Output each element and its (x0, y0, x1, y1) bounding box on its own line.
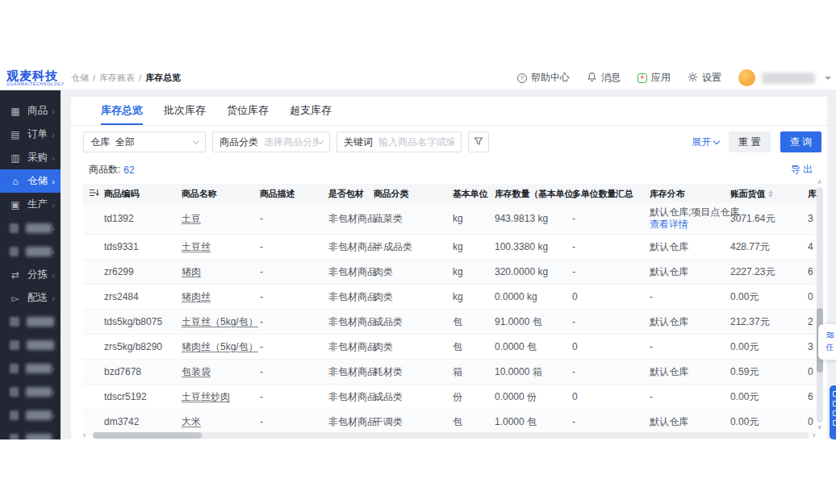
horizontal-scroll-thumb[interactable] (93, 432, 202, 439)
sidebar-item-goods[interactable]: ▦ 商品 › (0, 99, 61, 123)
column-settings-button[interactable] (83, 188, 104, 199)
category-select[interactable]: 商品分类 选择商品分类 (212, 131, 330, 152)
tab-batch-inventory[interactable]: 批次库存 (164, 97, 206, 125)
scroll-down-icon[interactable]: ˅ (817, 423, 821, 431)
tab-location-inventory[interactable]: 货位库存 (227, 97, 269, 125)
distribution-text: 默认仓库 (650, 266, 688, 277)
column-header-unit: 基本单位 (453, 188, 495, 200)
scroll-right-icon[interactable]: › (813, 431, 819, 439)
cell-quantity: 320.0000 kg (495, 263, 572, 281)
cell-packing: 非包材商品 (328, 288, 374, 306)
reset-button[interactable]: 重 置 (729, 131, 770, 152)
table-row: td1392 土豆 - 非包材商品 蔬菜类 kg 943.9813 kg - (83, 203, 817, 235)
sidebar-item-purchase[interactable]: ▥ 采购 › (0, 146, 61, 169)
cell-packing: 非包材商品 (328, 338, 374, 356)
hidden-icon (10, 223, 19, 233)
product-name-link[interactable]: 大米 (182, 416, 201, 427)
product-name-link[interactable]: 土豆丝（5kg/包） (182, 316, 258, 327)
scroll-left-icon[interactable]: ‹ (83, 431, 90, 439)
tab-overdraw-inventory[interactable]: 超支库存 (290, 97, 332, 125)
apps-button[interactable]: + 应用 (637, 71, 671, 85)
column-header-packing: 是否包材 (328, 188, 374, 200)
query-button[interactable]: 查 询 (780, 131, 821, 152)
user-menu[interactable] (738, 69, 831, 86)
product-name-link[interactable]: 土豆 (182, 213, 201, 224)
tab-inventory-overview[interactable]: 库存总览 (101, 97, 143, 125)
sidebar-item-label: 仓储 (27, 174, 48, 188)
cell-clipped: 6 (808, 263, 817, 281)
layers-icon: ≋ (826, 329, 835, 340)
cell-quantity: 0.0000 份 (495, 388, 572, 406)
column-header-multi-unit: 多单位数量汇总 (572, 188, 650, 200)
expand-filters-link[interactable]: 展开 (692, 135, 719, 149)
cell-desc: - (260, 388, 328, 406)
cell-category: 肉类 (374, 263, 453, 281)
keyword-input-placeholder: 输入商品名字或编号搜索 (378, 135, 454, 149)
cart-icon: ▥ (10, 152, 21, 164)
sidebar-item-warehouse[interactable]: ⌂ 仓储 › (0, 169, 61, 193)
product-name-link[interactable]: 土豆丝 (182, 241, 211, 252)
chevron-down-icon (193, 137, 199, 144)
chevron-down-icon[interactable] (825, 77, 831, 80)
sidebar-item-hidden-7[interactable]: › (0, 403, 61, 427)
product-name-link[interactable]: 包装袋 (182, 366, 211, 377)
sidebar-item-hidden-6[interactable]: › (0, 380, 61, 403)
sort-icon[interactable] (768, 190, 773, 198)
settings-button[interactable]: 设置 (688, 71, 721, 85)
warehouse-select[interactable]: 仓库 全部 (83, 131, 206, 152)
breadcrumb-current: 库存总览 (145, 72, 181, 84)
username-redacted (762, 73, 815, 84)
breadcrumb-warehouse[interactable]: 仓储 (71, 72, 89, 84)
sidebar-item-hidden-5[interactable]: › (0, 356, 61, 380)
product-name-link[interactable]: 猪肉丝（5kg/包） (182, 341, 258, 352)
product-name-link[interactable]: 土豆丝炒肉 (182, 391, 230, 402)
horizontal-scrollbar[interactable]: ‹ › (83, 431, 819, 439)
sidebar-item-hidden-2[interactable]: › (0, 240, 61, 263)
sidebar-item-orders[interactable]: ▤ 订单 › (0, 123, 61, 146)
support-strip[interactable] (830, 385, 836, 439)
export-link[interactable]: 导 出 (791, 163, 813, 177)
avatar[interactable] (738, 69, 755, 86)
sidebar-item-label: 生产 (27, 198, 48, 211)
vertical-scroll-track[interactable] (817, 187, 823, 423)
cell-book-value: 2227.23元 (730, 263, 808, 281)
quick-access-widget[interactable]: ≋ 任 (818, 324, 836, 360)
cell-code: zrs2484 (104, 288, 182, 306)
view-details-link[interactable]: 查看详情 (650, 219, 727, 231)
cell-code: dm3742 (104, 413, 182, 431)
cell-name: 土豆丝 (182, 238, 260, 256)
sidebar-item-hidden-3[interactable] (0, 310, 61, 333)
scroll-up-icon[interactable]: ˄ (817, 178, 821, 186)
messages-button[interactable]: 消息 (587, 71, 621, 85)
horizontal-scroll-track[interactable] (93, 432, 809, 439)
cell-distribution: 默认仓库 (650, 413, 730, 431)
cell-multi-unit: - (572, 413, 650, 431)
filter-bar: 仓库 全部 商品分类 选择商品分类 关键词 输入商品名字或编号搜索 (83, 131, 821, 152)
keyword-input[interactable]: 关键词 输入商品名字或编号搜索 (336, 131, 462, 152)
cell-code: zrs5kg/b8290 (104, 338, 182, 356)
tab-label: 超支库存 (290, 103, 332, 118)
sidebar-item-hidden-8[interactable]: › (0, 427, 61, 439)
cell-desc: - (260, 338, 328, 356)
brand-logo[interactable]: 观麦科技 GUANMAITECHNOLOGY (0, 69, 71, 86)
sidebar-item-hidden-4[interactable] (0, 333, 61, 356)
sidebar-item-hidden-1[interactable]: › (0, 216, 61, 240)
category-select-label: 商品分类 (219, 135, 258, 149)
help-center-button[interactable]: ? 帮助中心 (517, 71, 570, 85)
product-name-link[interactable]: 猪肉 (182, 266, 201, 277)
product-name-link[interactable]: 猪肉丝 (182, 291, 211, 302)
breadcrumb: 仓储 / 库存账表 / 库存总览 (71, 72, 181, 84)
sidebar-item-delivery[interactable]: ▻ 配送 › (0, 286, 61, 310)
breadcrumb-inventory-report[interactable]: 库存账表 (99, 72, 135, 84)
sidebar-item-production[interactable]: ▣ 生产 › (0, 193, 61, 216)
advanced-filter-button[interactable] (468, 131, 489, 152)
hidden-icon (10, 410, 19, 420)
cell-quantity: 943.9813 kg (495, 210, 572, 228)
chevron-right-icon: › (52, 387, 55, 397)
cell-book-value: 428.77元 (730, 238, 808, 256)
vertical-scrollbar[interactable]: ˄ ˅ (817, 179, 823, 431)
sidebar-item-sorting[interactable]: ⇄ 分拣 › (0, 263, 61, 286)
sorting-icon: ⇄ (10, 269, 21, 281)
table-row: bzd7678 包装袋 - 非包材商品 耗材类 箱 10.0000 箱 - (83, 360, 817, 385)
table-row: tds5kg/b8075 土豆丝（5kg/包） - 非包材商品 成品类 包 91… (83, 310, 817, 335)
